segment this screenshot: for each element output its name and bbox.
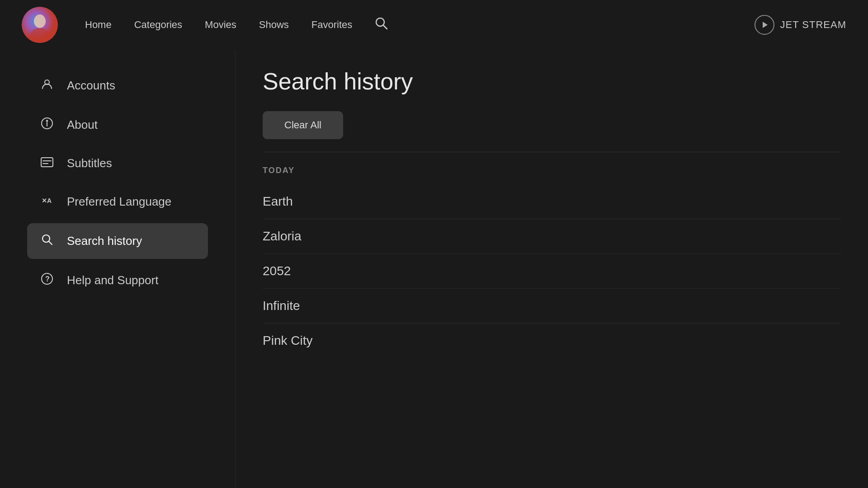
sidebar-item-language-label: Preferred Language [67,195,171,209]
logo[interactable] [22,7,58,43]
svg-line-15 [49,241,52,244]
nav-home[interactable]: Home [85,19,112,31]
nav-categories[interactable]: Categories [134,19,182,31]
svg-line-4 [383,25,387,29]
sidebar-item-search-history-label: Search history [67,234,142,248]
language-icon: ✕A [40,194,54,210]
svg-text:✕A: ✕A [42,197,52,204]
section-today-label: TODAY [263,166,841,175]
brand-play-icon [755,15,774,35]
sidebar-item-about[interactable]: About [27,107,208,143]
search-icon[interactable] [375,17,388,33]
history-item-2052[interactable]: 2052 [263,254,841,289]
main-content: Accounts About Subtitles [0,50,868,488]
sidebar-item-preferred-language[interactable]: ✕A Preferred Language [27,184,208,220]
clear-all-button[interactable]: Clear All [263,111,343,139]
nav-movies[interactable]: Movies [205,19,236,31]
svg-text:?: ? [45,275,50,283]
sidebar-item-help-label: Help and Support [67,273,158,287]
nav-favorites[interactable]: Favorites [311,19,352,31]
brand-name: JET STREAM [780,19,846,31]
svg-marker-5 [763,22,768,28]
search-history-icon [40,233,54,249]
sidebar-item-subtitles[interactable]: Subtitles [27,146,208,180]
brand-area: JET STREAM [755,15,846,35]
sidebar: Accounts About Subtitles [0,50,235,488]
history-item-earth[interactable]: Earth [263,184,841,219]
svg-point-9 [47,120,47,121]
info-icon [40,117,54,133]
account-icon [40,78,54,94]
history-list: EarthZaloria2052InfinitePink City [263,184,841,358]
help-icon: ? [40,272,54,288]
history-item-zaloria[interactable]: Zaloria [263,219,841,254]
content-area: Search history Clear All TODAY EarthZalo… [235,50,868,488]
divider [263,152,841,152]
header: Home Categories Movies Shows Favorites J… [0,0,868,50]
nav-bar: Home Categories Movies Shows Favorites [85,17,755,33]
sidebar-item-accounts[interactable]: Accounts [27,68,208,103]
sidebar-item-subtitles-label: Subtitles [67,156,112,170]
page-title: Search history [263,68,841,95]
subtitles-icon [40,156,54,170]
svg-rect-10 [41,158,53,167]
history-item-infinite[interactable]: Infinite [263,289,841,324]
sidebar-item-search-history[interactable]: Search history [27,223,208,259]
sidebar-item-accounts-label: Accounts [67,79,115,93]
nav-shows[interactable]: Shows [259,19,289,31]
history-item-pink-city[interactable]: Pink City [263,324,841,358]
svg-point-1 [34,14,46,28]
sidebar-item-about-label: About [67,118,98,132]
sidebar-item-help-support[interactable]: ? Help and Support [27,263,208,298]
